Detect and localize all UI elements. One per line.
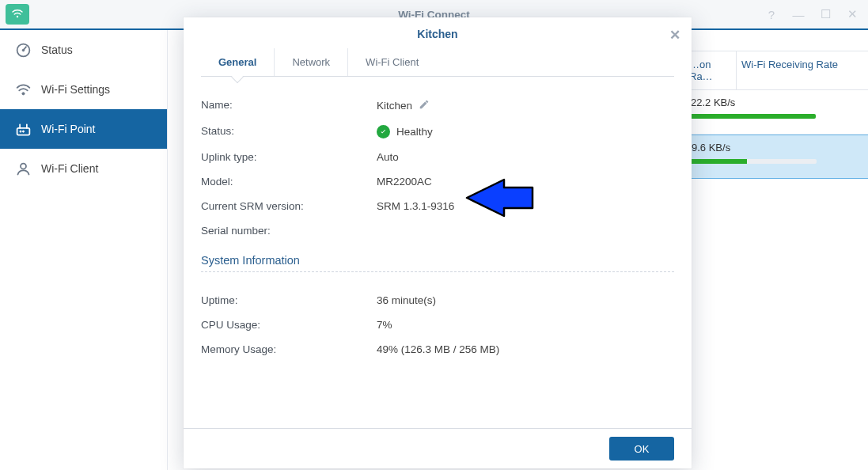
memory-value: 49% (126.3 MB / 256 MB): [377, 343, 499, 355]
dialog-title: Kitchen ✕: [184, 17, 692, 48]
field-srm-version: Current SRM version: SRM 1.3.1-9316: [201, 194, 674, 218]
svg-point-2: [22, 49, 25, 51]
svg-point-7: [21, 163, 26, 169]
window-controls: ? — ☐ ✕: [762, 5, 862, 24]
field-uplink: Uplink type: Auto: [201, 145, 674, 169]
field-model: Model: MR2200AC: [201, 169, 674, 194]
close-button[interactable]: ✕: [843, 5, 862, 24]
sidebar: Status Wi-Fi Settings Wi-Fi Point Wi-Fi …: [0, 30, 168, 470]
field-serial: Serial number:: [201, 218, 674, 243]
sidebar-item-label: Status: [41, 44, 73, 56]
maximize-button[interactable]: ☐: [816, 5, 835, 24]
model-value: MR2200AC: [377, 176, 432, 188]
field-status: Status: Healthy: [201, 119, 674, 145]
sidebar-item-label: Wi-Fi Client: [41, 162, 98, 175]
uptime-value: 36 minute(s): [377, 294, 436, 306]
sidebar-item-wifi-point[interactable]: Wi-Fi Point: [0, 109, 167, 149]
dialog-title-text: Kitchen: [417, 28, 457, 40]
column-header-partial[interactable]: …on Ra…: [686, 51, 736, 90]
rate-bar: [690, 159, 817, 164]
rate-bar: [689, 114, 816, 119]
help-button[interactable]: ?: [762, 5, 781, 24]
svg-point-3: [21, 92, 24, 94]
table-partial: …on Ra… Wi-Fi Receiving Rate 22.2 KB/s 9…: [686, 51, 868, 179]
pencil-icon[interactable]: [419, 99, 430, 112]
router-icon: [14, 120, 32, 138]
check-circle-icon: [377, 125, 390, 138]
status-value: Healthy: [396, 126, 433, 138]
tab-wifi-client[interactable]: Wi-Fi Client: [348, 48, 436, 76]
table-row[interactable]: 9.6 KB/s: [686, 135, 868, 179]
close-icon[interactable]: ✕: [669, 27, 680, 44]
table-row[interactable]: 22.2 KB/s: [686, 90, 868, 135]
name-value: Kitchen: [377, 100, 412, 112]
wifi-icon: [14, 81, 32, 98]
sidebar-item-wifi-client[interactable]: Wi-Fi Client: [0, 149, 167, 188]
tab-network[interactable]: Network: [275, 48, 348, 76]
sidebar-item-wifi-settings[interactable]: Wi-Fi Settings: [0, 70, 167, 109]
uplink-value: Auto: [377, 151, 399, 163]
rate-value: 9.6 KB/s: [690, 142, 865, 154]
ok-button[interactable]: OK: [609, 437, 674, 461]
sidebar-item-label: Wi-Fi Point: [41, 123, 95, 135]
column-header-receiving-rate[interactable]: Wi-Fi Receiving Rate: [736, 51, 868, 90]
rate-value: 22.2 KB/s: [689, 97, 865, 108]
sidebar-item-label: Wi-Fi Settings: [41, 83, 110, 96]
dialog-footer: OK: [184, 428, 692, 468]
srm-version-value: SRM 1.3.1-9316: [377, 200, 454, 212]
wifi-point-details-dialog: Kitchen ✕ General Network Wi-Fi Client N…: [184, 17, 692, 468]
svg-point-5: [19, 131, 21, 132]
svg-point-0: [17, 16, 18, 17]
minimize-button[interactable]: —: [789, 5, 808, 24]
field-memory: Memory Usage: 49% (126.3 MB / 256 MB): [201, 337, 674, 362]
svg-point-6: [22, 131, 24, 132]
sidebar-item-status[interactable]: Status: [0, 30, 167, 70]
app-icon: [6, 4, 29, 25]
section-system-information: System Information: [201, 254, 674, 272]
field-uptime: Uptime: 36 minute(s): [201, 288, 674, 313]
user-icon: [14, 160, 32, 177]
field-cpu: CPU Usage: 7%: [201, 313, 674, 337]
field-name: Name: Kitchen: [201, 93, 674, 119]
gauge-icon: [14, 41, 32, 59]
tabs: General Network Wi-Fi Client: [201, 48, 674, 77]
tab-general[interactable]: General: [201, 48, 275, 76]
cpu-value: 7%: [377, 319, 392, 331]
